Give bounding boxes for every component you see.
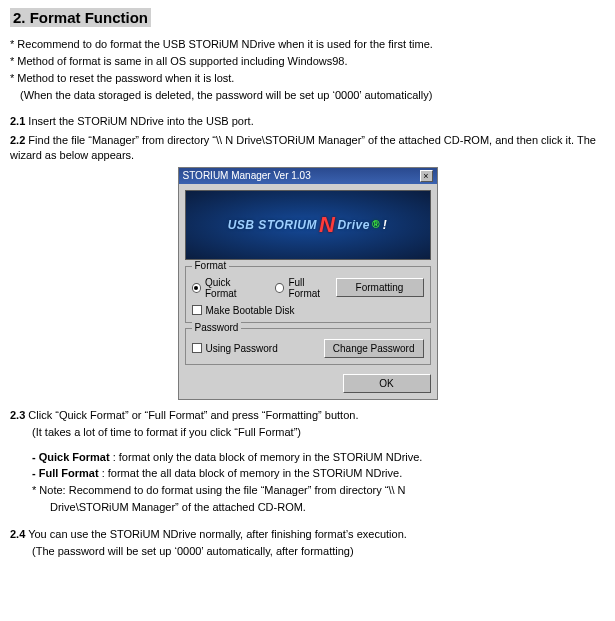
note-line-2: Drive\STORiUM Manager” of the attached C… bbox=[50, 500, 605, 515]
intro-line: * Method to reset the password when it i… bbox=[10, 71, 605, 86]
window-title: STORIUM Manager Ver 1.03 bbox=[183, 170, 311, 181]
step-text: Insert the STORiUM NDrive into the USB p… bbox=[28, 115, 253, 127]
wizard-screenshot: STORIUM Manager Ver 1.03 × USB STORIUM N… bbox=[10, 167, 605, 400]
change-password-button[interactable]: Change Password bbox=[324, 339, 424, 358]
step-2-3-note: (It takes a lot of time to format if you… bbox=[10, 425, 605, 440]
intro-line: (When the data storaged is deleted, the … bbox=[10, 88, 605, 103]
banner-excl: ! bbox=[383, 218, 388, 232]
note-line-1: * Note: Recommend to do format using the… bbox=[32, 483, 605, 498]
banner-n-icon: N bbox=[319, 212, 335, 238]
checkbox-icon bbox=[192, 305, 202, 315]
step-text: You can use the STORiUM NDrive normally,… bbox=[28, 528, 407, 540]
banner-text-a: USB STORIUM bbox=[228, 218, 317, 232]
format-groupbox: Format Quick Format Full Format Formatti… bbox=[185, 266, 431, 323]
full-format-label: - Full Format bbox=[32, 467, 99, 479]
step-text: Click “Quick Format” or “Full Format” an… bbox=[28, 409, 358, 421]
intro-line: * Method of format is same in all OS sup… bbox=[10, 54, 605, 69]
radio-label: Full Format bbox=[288, 277, 335, 299]
step-number: 2.3 bbox=[10, 409, 25, 421]
full-format-desc: - Full Format : format the all data bloc… bbox=[32, 466, 605, 481]
step-text: Find the file “Manager” from directory “… bbox=[10, 134, 596, 161]
step-number: 2.4 bbox=[10, 528, 25, 540]
checkbox-icon bbox=[192, 343, 202, 353]
close-icon[interactable]: × bbox=[420, 170, 433, 182]
quick-format-desc: - Quick Format : format only the data bl… bbox=[32, 450, 605, 465]
step-2-1: 2.1 Insert the STORiUM NDrive into the U… bbox=[10, 114, 605, 129]
quick-format-label: - Quick Format bbox=[32, 451, 110, 463]
checkbox-label: Make Bootable Disk bbox=[206, 305, 295, 316]
registered-icon: ® bbox=[372, 219, 380, 230]
radio-icon bbox=[192, 283, 201, 293]
banner-text-b: Drive bbox=[337, 218, 370, 232]
wizard-banner: USB STORIUM N Drive ® ! bbox=[185, 190, 431, 260]
quick-format-text: : format only the data block of memory i… bbox=[110, 451, 423, 463]
step-number: 2.2 bbox=[10, 134, 25, 146]
step-2-2: 2.2 Find the file “Manager” from directo… bbox=[10, 133, 605, 163]
password-legend: Password bbox=[192, 322, 242, 333]
full-format-text: : format the all data block of memory in… bbox=[99, 467, 403, 479]
step-number: 2.1 bbox=[10, 115, 25, 127]
password-groupbox: Password Using Password Change Password bbox=[185, 328, 431, 365]
radio-icon bbox=[275, 283, 284, 293]
radio-label: Quick Format bbox=[205, 277, 261, 299]
using-password-checkbox[interactable]: Using Password bbox=[192, 343, 278, 354]
step-2-4-note: (The password will be set up ‘0000’ auto… bbox=[10, 544, 605, 559]
window-titlebar: STORIUM Manager Ver 1.03 × bbox=[179, 168, 437, 184]
format-legend: Format bbox=[192, 260, 230, 271]
step-2-4: 2.4 You can use the STORiUM NDrive norma… bbox=[10, 527, 605, 542]
step-2-3: 2.3 Click “Quick Format” or “Full Format… bbox=[10, 408, 605, 423]
formatting-button[interactable]: Formatting bbox=[336, 278, 424, 297]
intro-line: * Recommend to do format the USB STORiUM… bbox=[10, 37, 605, 52]
wizard-window: STORIUM Manager Ver 1.03 × USB STORIUM N… bbox=[178, 167, 438, 400]
bootable-checkbox[interactable]: Make Bootable Disk bbox=[192, 305, 424, 316]
full-format-radio[interactable]: Full Format bbox=[275, 277, 336, 299]
section-title: 2. Format Function bbox=[10, 8, 151, 27]
checkbox-label: Using Password bbox=[206, 343, 278, 354]
quick-format-radio[interactable]: Quick Format bbox=[192, 277, 261, 299]
ok-button[interactable]: OK bbox=[343, 374, 431, 393]
